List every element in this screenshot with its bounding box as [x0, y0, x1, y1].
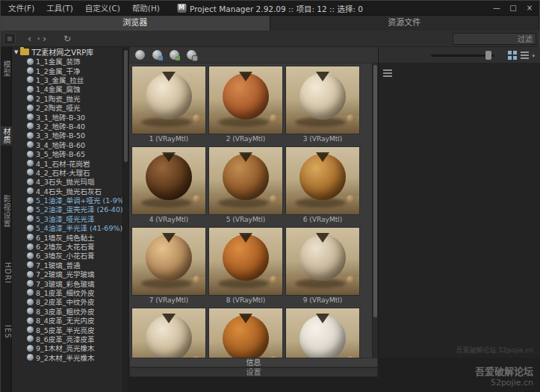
settings-panel-header[interactable]: 设置 [129, 367, 378, 377]
panel-menu-icon[interactable] [383, 68, 395, 78]
list-view-icon[interactable]: ▾ [521, 51, 535, 60]
panel-toggle-icon[interactable] [4, 33, 16, 45]
tree-item[interactable]: 1_3_金属_拉丝 [12, 75, 128, 84]
tree-item[interactable]: 6_2墙灰_大花石膏 [12, 242, 128, 251]
material-cell[interactable]: 9 (VRayMtl) [285, 227, 360, 306]
tree-item[interactable]: 6_1墙灰_纯色黏土 [12, 232, 128, 241]
material-cell[interactable]: 10 (VRayMtl) [131, 308, 206, 358]
minimize-button[interactable]: — [488, 1, 505, 16]
tree-scrollbar-thumb[interactable] [124, 50, 128, 162]
tab-浏览器[interactable]: 浏览器 [1, 16, 270, 31]
tree-item[interactable]: 4_1_石材-花岗岩 [12, 158, 128, 167]
tree-item[interactable]: 6_3墙灰_小花石膏 [12, 251, 128, 260]
sidebar-tab-材质[interactable]: 材质 [1, 126, 12, 146]
preview-knob [193, 276, 201, 284]
tree-item[interactable]: 8_3皮革_粗纹外皮 [12, 307, 128, 316]
grid-scrollbar-thumb[interactable] [373, 65, 377, 317]
tree-item[interactable]: 7_2玻璃_光学玻璃 [12, 270, 128, 279]
sidebar-tab-IES[interactable]: IES [1, 323, 12, 340]
material-label: 9 (VRayMtl) [285, 296, 360, 305]
material-cell[interactable]: 11 (VRayMtl) [208, 308, 283, 358]
maximize-button[interactable]: □ [505, 1, 521, 16]
menu-自定义(C)[interactable]: 自定义(C) [79, 1, 126, 16]
tree-item[interactable]: 3_5_地砖-B-65 [12, 149, 128, 158]
preview-knob [347, 195, 355, 203]
material-cell[interactable]: 6 (VRayMtl) [285, 146, 360, 225]
tree-item[interactable]: 8_2皮革_中纹外皮 [12, 297, 128, 306]
tree-item[interactable]: 1_2金属_干净 [12, 66, 128, 75]
tree-item[interactable]: 5_1油漆_单调+哑光 (1-9%) [12, 196, 128, 205]
menu-文件(F)[interactable]: 文件(F) [2, 1, 40, 16]
back-arrow-icon[interactable]: ‹ [28, 31, 31, 47]
material-thumb-icon [27, 280, 34, 287]
tree-item[interactable]: 2_2陶瓷_哑光 [12, 103, 128, 112]
material-cell[interactable]: 4 (VRayMtl) [131, 146, 206, 225]
material-cell[interactable]: 2 (VRayMtl) [208, 66, 283, 145]
material-label: 4 (VRayMtl) [131, 215, 206, 225]
material-thumb-icon [27, 308, 34, 314]
tree-item[interactable]: 3_3_地砖-B-50 [12, 131, 128, 140]
tree-scrollbar[interactable] [122, 47, 128, 392]
refresh-icon[interactable]: ↻ [63, 31, 71, 47]
tree-item[interactable]: 2_1陶瓷_抛光 [12, 94, 128, 103]
history-dot-icon[interactable]: • [37, 31, 40, 47]
tree-item[interactable]: 1_4金属_腐蚀 [12, 84, 128, 93]
material-cell[interactable]: 3 (VRayMtl) [285, 66, 360, 145]
render-selected-icon[interactable] [152, 49, 163, 60]
menu-帮助(H)[interactable]: 帮助(H) [126, 1, 166, 16]
material-thumb-icon [27, 234, 34, 240]
tree-item[interactable]: 9_1木材_亮光橡木 [12, 343, 128, 352]
tree-item[interactable]: 3_1_地砖-B-30 [12, 112, 128, 121]
tab-资源文件[interactable]: 资源文件 [270, 16, 540, 31]
preview-knob [270, 276, 278, 284]
menu-工具(T)[interactable]: 工具(T) [40, 1, 79, 16]
grid-scrollbar[interactable] [372, 63, 378, 358]
material-cell[interactable]: 1 (VRayMtl) [131, 66, 206, 145]
material-preview [285, 227, 360, 296]
material-thumb-icon [27, 132, 34, 139]
forward-arrow-icon[interactable]: › [43, 31, 46, 47]
tree-item[interactable]: 4_2_石材-大理石 [12, 168, 128, 177]
material-label: 3 (VRayMtl) [285, 134, 360, 144]
preview-settings-icon[interactable] [186, 49, 197, 60]
material-preview [131, 308, 206, 358]
sidebar-tab-模型[interactable]: 模型 [1, 59, 12, 78]
material-thumb-icon [27, 345, 34, 352]
tree-item[interactable]: 3_4_地砖-B-60 [12, 140, 128, 149]
tree-item[interactable]: 7_3玻璃_彩色玻璃 [12, 279, 128, 287]
thumbnails-view-icon[interactable] [508, 51, 517, 60]
tree-item[interactable]: 5_4油漆_半光泽 (41-69%) [12, 223, 128, 232]
material-preview [208, 146, 283, 215]
tree-expand-icon[interactable]: ▼ [14, 49, 18, 55]
sidebar-tab-HDRI[interactable]: HDRI [1, 261, 12, 285]
filter-input[interactable] [453, 33, 536, 45]
info-panel-header[interactable]: 信息 [129, 358, 378, 367]
tree-item[interactable]: 4_4石头_抛光石灰石 [12, 186, 128, 195]
thumbnail-size-slider-thumb[interactable] [485, 51, 491, 60]
tree-item[interactable]: 5_2油漆_蛋壳光泽 (26-40) [12, 205, 128, 214]
close-button[interactable]: × [521, 1, 538, 16]
material-cell[interactable]: 7 (VRayMtl) [131, 227, 206, 306]
material-cell[interactable]: 12 (VRayMtl) [285, 308, 360, 358]
tree-item[interactable]: 7_1玻璃_普通 [12, 261, 128, 270]
tree-item[interactable]: 8_4皮革_无光内皮 [12, 316, 128, 325]
tree-item[interactable]: 5_3油漆_哑光光泽 [12, 214, 128, 223]
render-preview-icon[interactable] [134, 49, 146, 60]
sidebar-tab-影视设置[interactable]: 影视设置 [1, 193, 12, 229]
tree-item[interactable]: 4_3石头_抛光玛瑙 [12, 177, 128, 186]
tree-root-folder[interactable]: ▼ TZ素材网之VRP库 [12, 47, 128, 57]
material-thumb-icon [27, 271, 34, 278]
update-previews-icon[interactable] [169, 49, 180, 60]
material-label: 1 (VRayMtl) [131, 134, 206, 144]
tree-item[interactable]: 8_6皮革_亮漆皮革 [12, 335, 128, 343]
tree-item[interactable]: 3_2_地砖-B-40 [12, 122, 128, 131]
material-preview [208, 66, 283, 134]
tree-item[interactable]: 9_2木材_半光橡木 [12, 353, 128, 362]
tree-item[interactable]: 8_1皮革_细纹外皮 [12, 288, 128, 297]
tree-item[interactable]: 8_5皮革_半光亮皮 [12, 325, 128, 334]
material-cell[interactable]: 5 (VRayMtl) [208, 146, 283, 225]
tree-item[interactable]: 1_1金属_装饰 [12, 57, 128, 66]
material-thumb-icon [27, 67, 34, 74]
material-grid: 1 (VRayMtl)2 (VRayMtl)3 (VRayMtl)4 (VRay… [129, 63, 372, 358]
material-cell[interactable]: 8 (VRayMtl) [208, 227, 283, 306]
